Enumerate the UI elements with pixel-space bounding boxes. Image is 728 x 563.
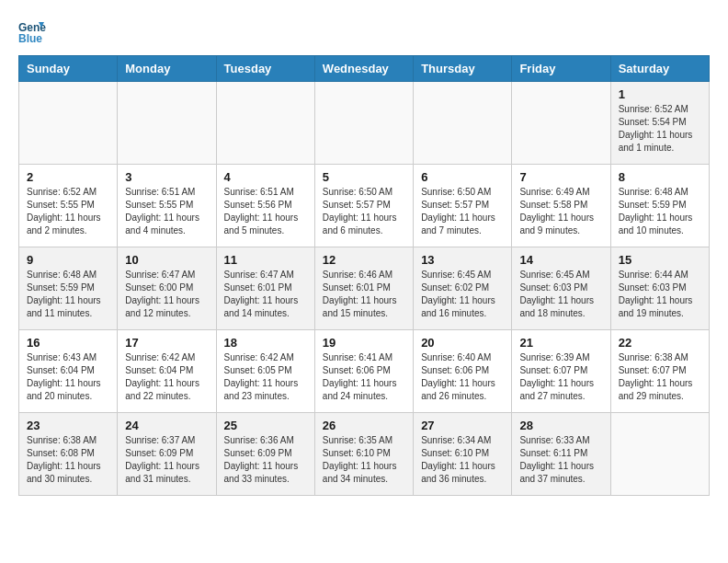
cell-info: Sunrise: 6:50 AM Sunset: 5:57 PM Dayligh… [323,186,405,237]
day-number: 14 [519,253,602,267]
calendar-cell: 3Sunrise: 6:51 AM Sunset: 5:55 PM Daylig… [118,165,216,247]
calendar-cell: 6Sunrise: 6:50 AM Sunset: 5:57 PM Daylig… [414,165,512,247]
calendar-cell [216,82,314,165]
calendar-cell: 16Sunrise: 6:43 AM Sunset: 6:04 PM Dayli… [19,330,118,413]
cell-info: Sunrise: 6:35 AM Sunset: 6:10 PM Dayligh… [323,434,405,486]
logo-icon: General Blue [18,18,46,46]
calendar-cell: 12Sunrise: 6:46 AM Sunset: 6:01 PM Dayli… [314,247,413,330]
day-number: 3 [125,170,208,184]
calendar-cell: 13Sunrise: 6:45 AM Sunset: 6:02 PM Dayli… [414,247,512,330]
calendar-cell: 17Sunrise: 6:42 AM Sunset: 6:04 PM Dayli… [118,330,216,413]
calendar-cell: 25Sunrise: 6:36 AM Sunset: 6:09 PM Dayli… [216,413,314,496]
calendar-cell: 9Sunrise: 6:48 AM Sunset: 5:59 PM Daylig… [19,247,118,330]
day-number: 24 [125,419,208,432]
cell-info: Sunrise: 6:39 AM Sunset: 6:07 PM Dayligh… [519,351,602,403]
svg-text:Blue: Blue [18,32,42,45]
cell-info: Sunrise: 6:45 AM Sunset: 6:02 PM Dayligh… [421,269,504,320]
day-number: 26 [323,419,405,432]
cell-info: Sunrise: 6:38 AM Sunset: 6:07 PM Dayligh… [619,351,701,403]
day-number: 28 [519,419,602,432]
cell-info: Sunrise: 6:37 AM Sunset: 6:09 PM Dayligh… [125,434,208,486]
calendar-cell: 24Sunrise: 6:37 AM Sunset: 6:09 PM Dayli… [118,413,216,496]
calendar-cell: 10Sunrise: 6:47 AM Sunset: 6:00 PM Dayli… [118,247,216,330]
day-number: 23 [27,419,109,432]
day-number: 15 [619,253,701,267]
day-number: 16 [27,336,109,350]
weekday-header-thursday: Thursday [414,56,512,82]
cell-info: Sunrise: 6:47 AM Sunset: 6:01 PM Dayligh… [224,269,307,320]
day-number: 4 [224,170,307,184]
day-number: 17 [125,336,208,350]
day-number: 5 [323,170,405,184]
calendar-cell: 23Sunrise: 6:38 AM Sunset: 6:08 PM Dayli… [19,413,118,496]
cell-info: Sunrise: 6:33 AM Sunset: 6:11 PM Dayligh… [519,434,602,486]
calendar-cell: 19Sunrise: 6:41 AM Sunset: 6:06 PM Dayli… [314,330,413,413]
calendar-cell: 11Sunrise: 6:47 AM Sunset: 6:01 PM Dayli… [216,247,314,330]
calendar-cell: 20Sunrise: 6:40 AM Sunset: 6:06 PM Dayli… [414,330,512,413]
calendar-week-row: 23Sunrise: 6:38 AM Sunset: 6:08 PM Dayli… [19,413,710,496]
weekday-header-monday: Monday [118,56,216,82]
cell-info: Sunrise: 6:49 AM Sunset: 5:58 PM Dayligh… [519,186,602,237]
weekday-header-saturday: Saturday [610,56,709,82]
calendar-cell: 15Sunrise: 6:44 AM Sunset: 6:03 PM Dayli… [610,247,709,330]
calendar-table: SundayMondayTuesdayWednesdayThursdayFrid… [18,55,710,496]
calendar-week-row: 1Sunrise: 6:52 AM Sunset: 5:54 PM Daylig… [19,82,710,165]
day-number: 13 [421,253,504,267]
calendar-cell [118,82,216,165]
calendar-cell [610,413,709,496]
day-number: 18 [224,336,307,350]
day-number: 9 [27,253,109,267]
weekday-header-friday: Friday [512,56,610,82]
cell-info: Sunrise: 6:50 AM Sunset: 5:57 PM Dayligh… [421,186,504,237]
calendar-cell: 18Sunrise: 6:42 AM Sunset: 6:05 PM Dayli… [216,330,314,413]
day-number: 20 [421,336,504,350]
weekday-header-sunday: Sunday [19,56,118,82]
cell-info: Sunrise: 6:43 AM Sunset: 6:04 PM Dayligh… [27,351,109,403]
calendar-cell: 27Sunrise: 6:34 AM Sunset: 6:10 PM Dayli… [414,413,512,496]
weekday-header-row: SundayMondayTuesdayWednesdayThursdayFrid… [19,56,710,82]
cell-info: Sunrise: 6:48 AM Sunset: 5:59 PM Dayligh… [27,269,109,320]
cell-info: Sunrise: 6:42 AM Sunset: 6:05 PM Dayligh… [224,351,307,403]
calendar-cell: 4Sunrise: 6:51 AM Sunset: 5:56 PM Daylig… [216,165,314,247]
cell-info: Sunrise: 6:47 AM Sunset: 6:00 PM Dayligh… [125,269,208,320]
cell-info: Sunrise: 6:51 AM Sunset: 5:56 PM Dayligh… [224,186,307,237]
calendar-cell: 22Sunrise: 6:38 AM Sunset: 6:07 PM Dayli… [610,330,709,413]
day-number: 8 [619,170,701,184]
day-number: 22 [619,336,701,350]
calendar-cell: 1Sunrise: 6:52 AM Sunset: 5:54 PM Daylig… [610,82,709,165]
calendar-cell: 8Sunrise: 6:48 AM Sunset: 5:59 PM Daylig… [610,165,709,247]
cell-info: Sunrise: 6:34 AM Sunset: 6:10 PM Dayligh… [421,434,504,486]
day-number: 27 [421,419,504,432]
calendar-cell [512,82,610,165]
day-number: 2 [27,170,109,184]
cell-info: Sunrise: 6:44 AM Sunset: 6:03 PM Dayligh… [619,269,701,320]
cell-info: Sunrise: 6:52 AM Sunset: 5:55 PM Dayligh… [27,186,109,237]
cell-info: Sunrise: 6:52 AM Sunset: 5:54 PM Dayligh… [619,103,701,155]
cell-info: Sunrise: 6:40 AM Sunset: 6:06 PM Dayligh… [421,351,504,403]
calendar-cell [314,82,413,165]
day-number: 25 [224,419,307,432]
cell-info: Sunrise: 6:45 AM Sunset: 6:03 PM Dayligh… [519,269,602,320]
day-number: 21 [519,336,602,350]
cell-info: Sunrise: 6:38 AM Sunset: 6:08 PM Dayligh… [27,434,109,486]
calendar-cell: 2Sunrise: 6:52 AM Sunset: 5:55 PM Daylig… [19,165,118,247]
day-number: 12 [323,253,405,267]
calendar-cell [19,82,118,165]
calendar-cell: 28Sunrise: 6:33 AM Sunset: 6:11 PM Dayli… [512,413,610,496]
calendar-week-row: 9Sunrise: 6:48 AM Sunset: 5:59 PM Daylig… [19,247,710,330]
day-number: 19 [323,336,405,350]
calendar-cell: 14Sunrise: 6:45 AM Sunset: 6:03 PM Dayli… [512,247,610,330]
cell-info: Sunrise: 6:36 AM Sunset: 6:09 PM Dayligh… [224,434,307,486]
cell-info: Sunrise: 6:51 AM Sunset: 5:55 PM Dayligh… [125,186,208,237]
day-number: 1 [619,87,701,101]
cell-info: Sunrise: 6:46 AM Sunset: 6:01 PM Dayligh… [323,269,405,320]
logo: General Blue [18,18,48,46]
calendar-week-row: 2Sunrise: 6:52 AM Sunset: 5:55 PM Daylig… [19,165,710,247]
weekday-header-wednesday: Wednesday [314,56,413,82]
day-number: 7 [519,170,602,184]
calendar-cell: 26Sunrise: 6:35 AM Sunset: 6:10 PM Dayli… [314,413,413,496]
calendar-cell: 5Sunrise: 6:50 AM Sunset: 5:57 PM Daylig… [314,165,413,247]
cell-info: Sunrise: 6:48 AM Sunset: 5:59 PM Dayligh… [619,186,701,237]
day-number: 6 [421,170,504,184]
calendar-cell [414,82,512,165]
